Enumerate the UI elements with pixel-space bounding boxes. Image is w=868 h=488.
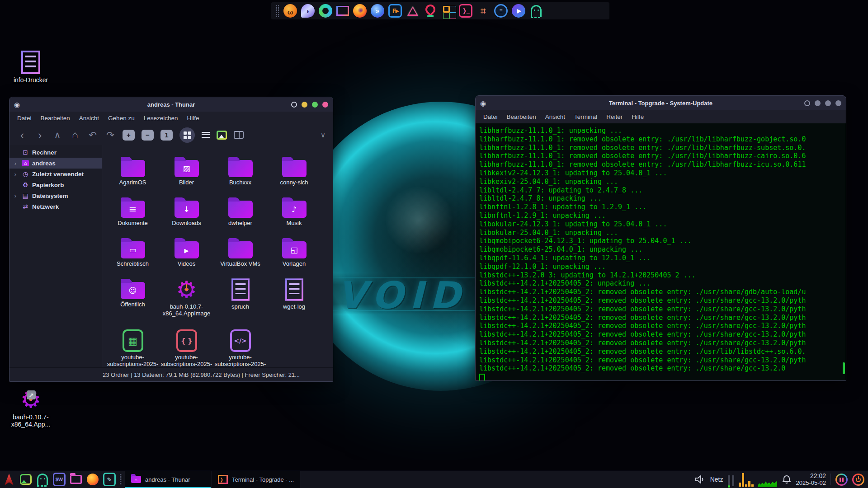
prism-icon[interactable] — [406, 4, 420, 18]
app-menu-artix-icon[interactable] — [3, 473, 15, 486]
file-manager-icon[interactable] — [70, 473, 82, 486]
globe-icon[interactable] — [494, 4, 508, 18]
split-view-button[interactable] — [234, 131, 244, 139]
window-minimize-button[interactable] — [291, 102, 297, 108]
workspaces-icon[interactable] — [441, 4, 455, 18]
file-item[interactable]: dwhelper — [213, 192, 267, 233]
ghost-icon[interactable] — [529, 4, 543, 18]
menu-item-ansicht[interactable]: Ansicht — [541, 112, 569, 122]
zoom-out-button[interactable]: − — [142, 130, 154, 141]
file-item[interactable]: youtube-subscriptions-2025-02-21.csv — [106, 325, 160, 367]
window-close-button[interactable] — [835, 100, 841, 106]
terminal-titlebar[interactable]: ◉ Terminal - Topgrade - System-Update — [476, 96, 846, 110]
undo-icon[interactable]: ↶ — [87, 130, 98, 140]
network-graph-icon[interactable] — [758, 478, 777, 487]
forward-icon[interactable]: › — [34, 129, 45, 141]
file-item[interactable]: Öffentlich — [106, 273, 160, 325]
file-item[interactable]: wget-log — [267, 273, 321, 325]
file-item[interactable]: Bilder — [160, 151, 213, 192]
file-item[interactable]: Downloads — [160, 192, 213, 233]
ghost-app-icon[interactable] — [36, 473, 49, 486]
firefox-icon[interactable] — [353, 4, 367, 18]
thumbnail-view-button[interactable] — [217, 131, 227, 140]
thunderbird-icon[interactable] — [371, 4, 384, 18]
network-label[interactable]: Netz — [710, 476, 723, 483]
hub-icon[interactable] — [476, 4, 490, 18]
window-restore-button[interactable] — [312, 102, 318, 108]
media-play-icon[interactable] — [512, 4, 525, 18]
chevron-down-icon[interactable]: ∨ — [321, 131, 326, 139]
window-menu-icon[interactable]: ◉ — [480, 100, 486, 107]
text-editor-icon[interactable]: ✎ — [103, 473, 116, 486]
home-icon[interactable]: ⌂ — [70, 130, 80, 140]
window-close-button[interactable] — [322, 102, 328, 108]
taskbar-task-terminal[interactable]: ❭_Terminal - Topgrade - ... — [212, 471, 300, 488]
wallet-terminal-icon[interactable]: $W — [53, 473, 66, 486]
pause-updates-icon[interactable] — [835, 474, 848, 486]
menu-item-lesezeichen[interactable]: Lesezeichen — [140, 113, 182, 123]
menu-item-hilfe[interactable]: Hilfe — [183, 113, 203, 123]
terminal-scrollbar-thumb[interactable] — [843, 362, 845, 374]
menu-item-bearbeiten[interactable]: Bearbeiten — [37, 113, 74, 123]
media-player-icon[interactable] — [388, 4, 402, 18]
file-item[interactable]: spruch — [213, 273, 267, 325]
menu-item-gehen-zu[interactable]: Gehen zu — [104, 113, 139, 123]
window-minimize-button[interactable] — [804, 100, 810, 106]
file-item[interactable]: youtube-subscriptions-2025-02-21.json — [160, 325, 213, 367]
image-viewer-icon[interactable] — [19, 473, 32, 486]
grid-view-button[interactable] — [179, 127, 195, 143]
files-icon[interactable] — [336, 6, 349, 16]
firefox-icon[interactable] — [86, 473, 99, 486]
file-item[interactable]: youtube-subscriptions-2025-02-21.opml — [213, 325, 267, 367]
expander-icon[interactable]: › — [12, 160, 19, 167]
brave-icon[interactable] — [283, 4, 297, 18]
menu-item-reiter[interactable]: Reiter — [602, 112, 627, 122]
menu-item-hilfe[interactable]: Hilfe — [627, 112, 648, 122]
dock-handle[interactable] — [276, 5, 279, 17]
terminal-icon[interactable] — [459, 4, 472, 18]
window-maximize-button[interactable] — [302, 102, 307, 108]
falcon-icon[interactable] — [301, 4, 315, 18]
sidebar-item-andreas[interactable]: ›⌂andreas — [9, 158, 102, 169]
file-item[interactable]: Schreibtisch — [106, 233, 160, 273]
list-view-button[interactable] — [202, 132, 210, 138]
menu-item-datei[interactable]: Datei — [479, 112, 502, 122]
load-monitor-icon[interactable] — [728, 473, 734, 486]
redo-icon[interactable]: ↷ — [105, 130, 116, 140]
back-icon[interactable]: ‹ — [17, 129, 28, 141]
window-menu-icon[interactable]: ◉ — [14, 101, 20, 108]
expander-icon[interactable]: › — [12, 192, 19, 199]
sidebar-item-netzwerk[interactable]: ⇄Netzwerk — [9, 201, 102, 212]
sidebar-item-rechner[interactable]: ⊡Rechner — [9, 147, 102, 158]
file-item[interactable]: conny-sich — [267, 151, 321, 192]
zoom-in-button[interactable]: + — [123, 130, 135, 141]
sidebar-item-zuletzt-verwendet[interactable]: ›◷Zuletzt verwendet — [9, 169, 102, 179]
file-item[interactable]: Videos — [160, 233, 213, 273]
cpu-monitor-icon[interactable] — [739, 472, 754, 487]
file-item[interactable]: ⚙bauh-0.10.7-x86_64.AppImage — [160, 273, 213, 325]
up-icon[interactable]: ∧ — [52, 130, 63, 140]
volume-icon[interactable] — [695, 475, 706, 484]
web-browser-icon[interactable] — [319, 4, 332, 18]
desktop-icon-info-drucker[interactable]: info-Drucker — [8, 51, 53, 84]
file-item[interactable]: Buchxxx — [213, 151, 267, 192]
file-item[interactable]: AgarimOS — [106, 151, 160, 192]
notifications-bell-icon[interactable] — [782, 474, 792, 484]
sidebar-item-dateisystem[interactable]: ›▤Dateisystem — [9, 190, 102, 201]
zoom-reset-button[interactable]: 1 — [160, 130, 173, 141]
sidebar-item-papierkorb[interactable]: ♻Papierkorb — [9, 179, 102, 190]
menu-item-ansicht[interactable]: Ansicht — [75, 113, 103, 123]
file-item[interactable]: Musik — [267, 192, 321, 233]
clock[interactable]: 22:02 2025-05-02 — [796, 473, 826, 486]
file-item[interactable]: VirtualBox VMs — [213, 233, 267, 273]
power-icon[interactable] — [852, 474, 864, 486]
menu-item-bearbeiten[interactable]: Bearbeiten — [503, 112, 540, 122]
menu-item-terminal[interactable]: Terminal — [570, 112, 601, 122]
terminal-content[interactable]: libharfbuzz-11.1.0_1: unpacking ...libha… — [476, 123, 846, 380]
file-item[interactable]: Dokumente — [106, 192, 160, 233]
taskbar-task-thunar[interactable]: ⌂andreas - Thunar — [125, 471, 211, 488]
maps-icon[interactable] — [424, 4, 437, 18]
file-item[interactable]: Vorlagen — [267, 233, 321, 273]
expander-icon[interactable]: › — [12, 171, 19, 178]
menu-item-datei[interactable]: Datei — [13, 113, 36, 123]
